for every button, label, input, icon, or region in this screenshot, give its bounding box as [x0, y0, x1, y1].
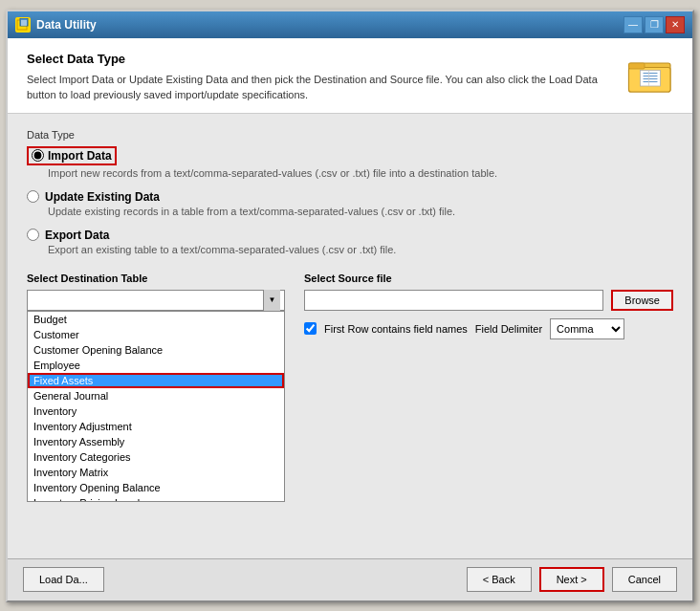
bottom-section: Select Destination Table ▼ BudgetCustome…: [27, 273, 673, 558]
update-data-desc: Update existing records in a table from …: [48, 206, 673, 217]
header-text: Select Data Type Select Import Data or U…: [27, 52, 627, 103]
first-row-checkbox[interactable]: [304, 322, 317, 335]
list-item[interactable]: General Journal: [28, 388, 284, 404]
list-item[interactable]: Inventory Categories: [28, 449, 284, 465]
radio-group: Import Data Import new records from a te…: [27, 146, 673, 255]
footer: Load Da... < Back Next > Cancel: [8, 558, 692, 600]
destination-table-section: Select Destination Table ▼ BudgetCustome…: [27, 273, 285, 558]
export-data-option: Export Data Export an existing table to …: [27, 229, 673, 255]
export-data-radio[interactable]: [27, 229, 39, 241]
browse-button[interactable]: Browse: [611, 290, 673, 311]
delimiter-label: Field Delimiter: [475, 323, 542, 335]
dest-table-list[interactable]: BudgetCustomerCustomer Opening BalanceEm…: [27, 311, 285, 502]
minimize-button[interactable]: —: [623, 16, 643, 33]
data-type-label: Data Type: [27, 129, 673, 141]
import-data-desc: Import new records from a text/comma-sep…: [48, 167, 673, 179]
source-file-row: Browse: [304, 290, 673, 311]
import-data-radio-box: Import Data: [27, 146, 117, 165]
close-button[interactable]: ✕: [666, 16, 685, 33]
dest-table-dropdown[interactable]: ▼: [27, 290, 285, 311]
list-item[interactable]: Employee: [28, 358, 284, 373]
options-row: First Row contains field names Field Del…: [304, 318, 673, 339]
footer-right: < Back Next > Cancel: [467, 567, 677, 592]
list-item[interactable]: Inventory Assembly: [28, 434, 284, 449]
import-data-option: Import Data Import new records from a te…: [27, 146, 673, 179]
svg-rect-7: [629, 63, 645, 69]
update-data-radio[interactable]: [27, 190, 39, 203]
source-file-input[interactable]: [304, 290, 603, 311]
next-button[interactable]: Next >: [539, 567, 604, 592]
restore-button[interactable]: ❐: [645, 16, 664, 33]
cancel-button[interactable]: Cancel: [612, 567, 677, 592]
list-item[interactable]: Inventory Opening Balance: [28, 480, 284, 495]
page-title: Select Data Type: [27, 52, 627, 66]
export-data-text: Export Data: [45, 229, 109, 242]
update-data-option: Update Existing Data Update existing rec…: [27, 190, 673, 217]
update-data-label[interactable]: Update Existing Data: [27, 190, 673, 204]
list-item[interactable]: Inventory Matrix: [28, 465, 284, 480]
list-item[interactable]: Budget: [28, 312, 284, 327]
main-window: Data Utility — ❐ ✕ Select Data Type Sele…: [6, 10, 694, 602]
import-data-label[interactable]: Import Data: [27, 146, 673, 165]
list-item[interactable]: Fixed Assets: [28, 373, 284, 388]
page-description: Select Import Data or Update Existing Da…: [27, 72, 627, 103]
dest-table-title: Select Destination Table: [27, 273, 285, 284]
titlebar: Data Utility — ❐ ✕: [8, 11, 692, 38]
content-area: Select Data Type Select Import Data or U…: [8, 38, 692, 600]
folder-icon: [627, 52, 673, 98]
source-file-title: Select Source file: [304, 273, 673, 284]
delimiter-select[interactable]: Comma Tab Semicolon: [550, 318, 624, 339]
list-item[interactable]: Inventory Adjustment: [28, 419, 284, 434]
source-file-section: Select Source file Browse First Row cont…: [304, 273, 673, 558]
main-area: Data Type Import Data Import new records…: [8, 114, 692, 558]
window-controls: — ❐ ✕: [623, 16, 685, 33]
export-data-desc: Export an existing table to a text/comma…: [48, 244, 673, 255]
titlebar-left: Data Utility: [15, 17, 97, 33]
list-item[interactable]: Customer: [28, 327, 284, 342]
update-data-text: Update Existing Data: [45, 190, 160, 204]
import-data-radio[interactable]: [32, 149, 44, 162]
list-item[interactable]: Customer Opening Balance: [28, 342, 284, 358]
export-data-label[interactable]: Export Data: [27, 229, 673, 242]
import-data-text: Import Data: [48, 149, 112, 163]
back-button[interactable]: < Back: [467, 567, 532, 592]
load-data-button[interactable]: Load Da...: [23, 567, 104, 592]
first-row-label: First Row contains field names: [324, 323, 468, 335]
dropdown-arrow-icon[interactable]: ▼: [263, 290, 280, 311]
window-title: Data Utility: [36, 18, 97, 32]
dest-table-dropdown-wrapper: ▼: [27, 290, 285, 311]
footer-left: Load Da...: [23, 567, 104, 592]
app-icon: [15, 17, 31, 33]
list-item[interactable]: Inventory Pricing Level: [28, 495, 284, 502]
list-item[interactable]: Inventory: [28, 404, 284, 419]
data-type-section: Data Type Import Data Import new records…: [27, 129, 673, 255]
top-section: Select Data Type Select Import Data or U…: [8, 38, 692, 114]
